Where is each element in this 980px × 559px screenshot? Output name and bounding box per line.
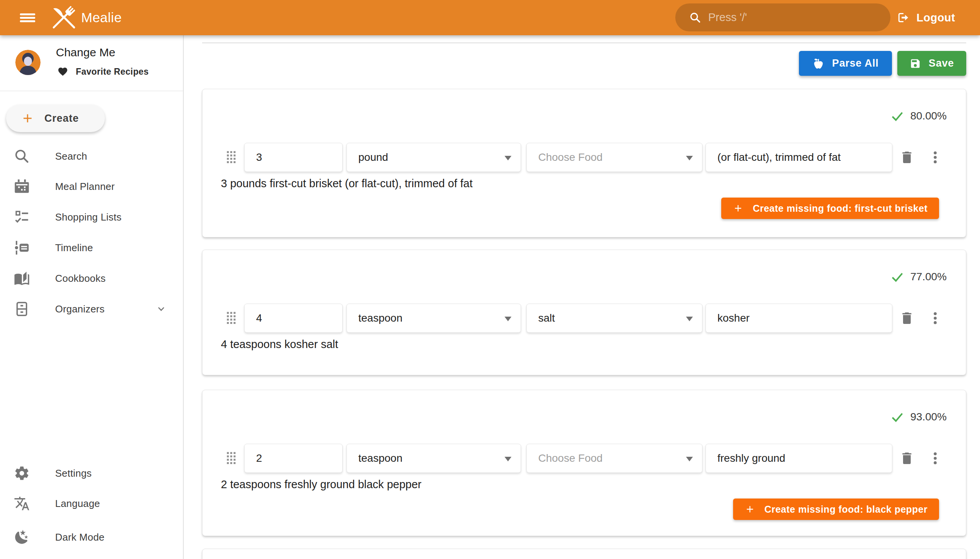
ingredient-editor-row: teaspoon Choose Food (203, 444, 966, 473)
gear-icon (14, 465, 30, 481)
more-options-icon[interactable] (927, 311, 943, 326)
logout-label: Logout (916, 12, 955, 24)
delete-icon[interactable] (899, 150, 914, 165)
favorites-label: Favorite Recipes (76, 67, 149, 77)
sidebar-item-settings[interactable]: Settings (0, 461, 183, 486)
original-ingredient-text: 3 pounds first-cut brisket (or flat-cut)… (221, 176, 473, 191)
check-icon (891, 109, 904, 123)
dropdown-arrow-icon (504, 457, 511, 461)
unit-select[interactable]: teaspoon (347, 304, 521, 333)
confidence-value: 80.00% (910, 110, 947, 122)
search-icon (14, 148, 30, 164)
apple-icon (812, 58, 825, 70)
plus-icon (745, 504, 755, 514)
sidebar-item-dark-mode[interactable]: Dark Mode (0, 525, 183, 549)
ingredient-card-4 (202, 549, 966, 559)
plus-icon (21, 111, 35, 125)
ingredient-editor-row: pound Choose Food (203, 143, 966, 172)
confidence-value: 77.00% (910, 271, 947, 283)
logout-button[interactable]: Logout (897, 9, 955, 26)
timeline-icon (14, 240, 30, 256)
check-icon (891, 410, 904, 424)
avatar[interactable] (15, 50, 41, 75)
quantity-input[interactable] (245, 444, 342, 473)
logout-icon (897, 11, 910, 25)
heart-icon (58, 66, 68, 77)
sidebar-item-organizers[interactable]: Organizers (0, 297, 183, 321)
note-input[interactable] (706, 304, 892, 332)
dropdown-arrow-icon (686, 457, 693, 461)
sidebar-item-cookbooks[interactable]: Cookbooks (0, 266, 183, 291)
note-input[interactable] (706, 143, 892, 172)
ingredient-card-2: 77.00% teaspoon salt (202, 250, 966, 375)
create-missing-food-button[interactable]: Create missing food: first-cut brisket (721, 198, 939, 219)
create-label: Create (45, 112, 79, 124)
unit-select[interactable]: pound (347, 143, 521, 172)
delete-icon[interactable] (899, 451, 914, 466)
note-input[interactable] (706, 444, 892, 473)
check-icon (891, 270, 904, 284)
user-name: Change Me (56, 46, 115, 59)
translate-icon (14, 495, 30, 511)
dropdown-arrow-icon (504, 156, 511, 160)
food-select[interactable]: salt (526, 304, 702, 333)
app-header: Mealie Press '/' Logout (0, 0, 980, 35)
app-title: Mealie (81, 10, 122, 26)
search-placeholder: Press '/' (708, 11, 747, 24)
sidebar-item-meal-planner[interactable]: Meal Planner (0, 174, 183, 199)
ingredient-editor-row: teaspoon salt (203, 304, 966, 333)
food-select[interactable]: Choose Food (526, 444, 702, 473)
original-ingredient-text: 4 teaspoons kosher salt (221, 337, 338, 352)
plus-icon (733, 203, 744, 213)
save-icon (910, 58, 921, 69)
book-open-icon (14, 270, 30, 286)
original-ingredient-text: 2 teaspoons freshly ground black pepper (221, 477, 421, 492)
save-button[interactable]: Save (897, 51, 966, 76)
confidence-indicator: 77.00% (891, 270, 947, 284)
drag-handle-icon[interactable] (225, 150, 237, 165)
ingredient-card-1: 80.00% pound Choose Food (202, 89, 966, 237)
dropdown-arrow-icon (504, 317, 511, 321)
content-top-divider (202, 43, 966, 43)
mealie-logo-icon (45, 2, 83, 33)
calendar-icon (14, 179, 30, 195)
more-options-icon[interactable] (927, 451, 943, 466)
drag-handle-icon[interactable] (225, 451, 237, 466)
moon-stars-icon (14, 529, 30, 545)
sidebar: Change Me Favorite Recipes Create Search (0, 35, 184, 559)
sidebar-divider (0, 91, 183, 91)
unit-select[interactable]: teaspoon (347, 444, 521, 473)
confidence-indicator: 93.00% (891, 410, 947, 424)
search-icon (689, 12, 701, 24)
quantity-input[interactable] (245, 304, 342, 332)
menu-icon[interactable] (20, 13, 35, 22)
sidebar-item-search[interactable]: Search (0, 144, 183, 169)
checklist-icon (14, 209, 30, 225)
create-button[interactable]: Create (6, 104, 105, 132)
parse-all-button[interactable]: Parse All (799, 51, 892, 76)
sidebar-item-language[interactable]: Language (0, 491, 183, 516)
confidence-value: 93.00% (910, 411, 947, 423)
food-select[interactable]: Choose Food (526, 143, 702, 172)
favorite-recipes-link[interactable]: Favorite Recipes (58, 65, 149, 78)
delete-icon[interactable] (899, 311, 914, 326)
dropdown-arrow-icon (686, 156, 693, 160)
create-missing-food-button[interactable]: Create missing food: black pepper (733, 498, 939, 520)
ingredient-card-3: 93.00% teaspoon Choose Food (202, 390, 966, 536)
search-input[interactable]: Press '/' (675, 3, 891, 31)
confidence-indicator: 80.00% (891, 109, 947, 123)
sidebar-item-shopping-lists[interactable]: Shopping Lists (0, 205, 183, 229)
file-cabinet-icon (14, 301, 30, 317)
more-options-icon[interactable] (927, 150, 943, 165)
quantity-input[interactable] (245, 143, 342, 172)
chevron-down-icon (155, 303, 167, 315)
drag-handle-icon[interactable] (225, 311, 237, 326)
main-content: Cancel Parse All Save 80.00% (184, 35, 980, 559)
sidebar-item-timeline[interactable]: Timeline (0, 235, 183, 260)
dropdown-arrow-icon (686, 317, 693, 321)
